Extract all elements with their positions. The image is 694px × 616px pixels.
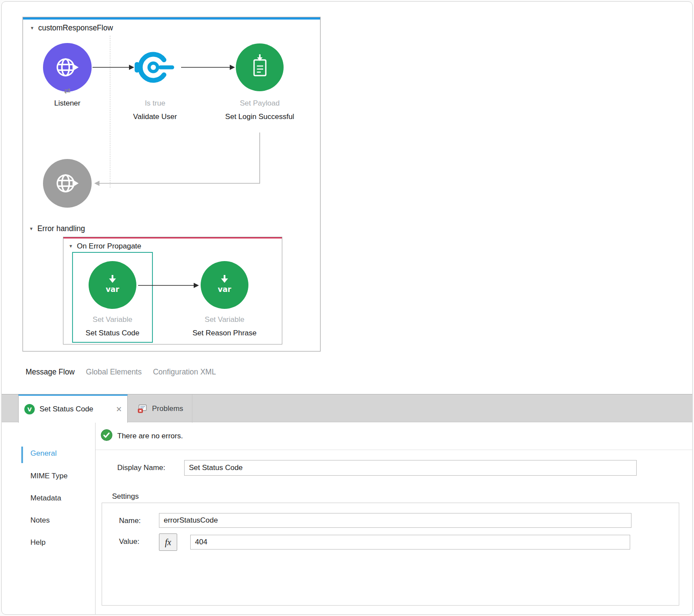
- set-payload-node[interactable]: [236, 43, 284, 91]
- collapse-error-handling-icon[interactable]: ▼: [29, 227, 33, 231]
- properties-tabbar: V Set Status Code ✕ Problems: [2, 394, 692, 422]
- name-input[interactable]: [159, 513, 631, 528]
- tab-global-elements[interactable]: Global Elements: [86, 368, 142, 377]
- flow-header: ▼ customResponseFlow: [30, 23, 113, 33]
- expression-fx-button[interactable]: fx: [159, 533, 177, 551]
- sidebar-item-help[interactable]: Help: [30, 538, 46, 547]
- document-download-icon: [246, 53, 274, 81]
- on-error-propagate-scope[interactable]: ▼ On Error Propagate var Set Variable Se…: [63, 237, 282, 344]
- set-reason-node-label: Set Reason Phrase: [181, 328, 268, 339]
- request-response-icon: ⇄: [61, 86, 73, 96]
- globe-icon: [53, 169, 81, 197]
- flow-accent-bar: [23, 17, 320, 20]
- value-label: Value:: [119, 537, 139, 546]
- tab-problems[interactable]: Problems: [129, 394, 192, 423]
- svg-text:var: var: [106, 285, 120, 294]
- error-handling-header: ▼ Error handling: [29, 224, 85, 233]
- settings-section-label: Settings: [112, 492, 139, 501]
- problems-icon: [137, 404, 148, 414]
- listener-response-node[interactable]: [43, 159, 92, 208]
- collapse-flow-icon[interactable]: ▼: [30, 26, 34, 30]
- set-reason-type-label: Set Variable: [181, 315, 268, 324]
- collapse-on-error-icon[interactable]: ▼: [69, 244, 73, 248]
- listener-node-label: Listener: [33, 98, 102, 109]
- tab-configuration-xml[interactable]: Configuration XML: [153, 368, 216, 377]
- sidebar-item-metadata[interactable]: Metadata: [30, 494, 61, 503]
- listener-node[interactable]: [43, 43, 92, 92]
- display-name-label: Display Name:: [117, 464, 165, 472]
- tab-message-flow[interactable]: Message Flow: [26, 368, 75, 377]
- tab-set-status-code-label: Set Status Code: [40, 405, 93, 414]
- sidebar-selected-accent: [21, 447, 23, 463]
- set-payload-node-label: Set Login Successful: [225, 112, 294, 123]
- close-tab-icon[interactable]: ✕: [116, 405, 122, 414]
- flow-guide-line: [110, 36, 110, 188]
- anypoint-studio-window: ▼ customResponseFlow ⇄ List: [1, 1, 693, 615]
- status-message: There are no errors.: [117, 432, 183, 440]
- status-divider: [96, 450, 692, 450]
- set-variable-icon: var: [211, 271, 238, 299]
- value-input[interactable]: [190, 535, 630, 550]
- svg-text:var: var: [218, 285, 232, 294]
- sidebar-item-notes[interactable]: Notes: [30, 516, 50, 525]
- validate-node-label: Validate User: [112, 112, 198, 123]
- set-variable-tab-icon: V: [24, 404, 35, 415]
- on-error-title: On Error Propagate: [77, 242, 141, 251]
- flow-container[interactable]: ▼ customResponseFlow ⇄ List: [23, 17, 321, 351]
- svg-text:V: V: [27, 406, 32, 413]
- tab-problems-label: Problems: [152, 404, 183, 413]
- tab-set-status-code[interactable]: V Set Status Code ✕: [18, 394, 128, 423]
- error-accent-bar: [63, 237, 282, 238]
- validation-icon: [134, 46, 176, 88]
- sidebar-item-mime-type[interactable]: MIME Type: [30, 472, 68, 480]
- flow-title: customResponseFlow: [38, 23, 113, 33]
- display-name-input[interactable]: [184, 460, 637, 476]
- sidebar-divider: [95, 423, 96, 615]
- no-errors-check-icon: [101, 429, 112, 441]
- validate-type-label: Is true: [112, 99, 198, 108]
- set-reason-phrase-node[interactable]: var: [201, 261, 248, 309]
- validate-user-node[interactable]: [134, 46, 176, 88]
- name-label: Name:: [119, 517, 141, 525]
- set-variable-icon: var: [99, 271, 126, 299]
- sidebar-item-general[interactable]: General: [30, 449, 56, 458]
- canvas-view-tabs: Message Flow Global Elements Configurati…: [26, 368, 216, 377]
- on-error-header: ▼ On Error Propagate: [69, 242, 141, 251]
- error-handling-label: Error handling: [37, 224, 85, 233]
- globe-icon: [53, 53, 81, 81]
- set-status-code-node[interactable]: var: [89, 261, 136, 309]
- set-payload-type-label: Set Payload: [216, 99, 303, 108]
